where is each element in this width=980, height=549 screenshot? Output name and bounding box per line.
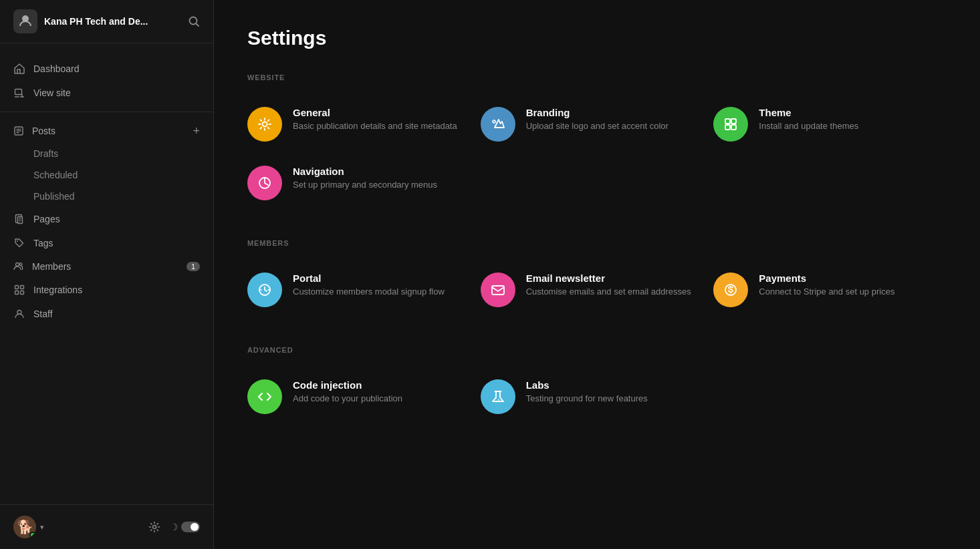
settings-item-email-newsletter[interactable]: Email newsletter Customise emails and se… xyxy=(481,260,714,319)
svg-rect-13 xyxy=(15,286,19,289)
svg-point-30 xyxy=(495,398,496,399)
members-section-label: MEMBERS xyxy=(247,239,947,247)
svg-point-1 xyxy=(190,17,197,25)
sidebar-item-scheduled[interactable]: Scheduled xyxy=(0,164,213,186)
settings-item-general[interactable]: General Basic publication details and si… xyxy=(247,95,481,154)
svg-rect-15 xyxy=(15,291,19,295)
navigation-desc: Set up primary and secondary menus xyxy=(293,179,437,191)
sidebar-header: Kana PH Tech and De... xyxy=(0,0,213,43)
user-menu[interactable]: 🐕 ▾ xyxy=(13,516,44,538)
code-injection-desc: Add code to your publication xyxy=(293,393,402,405)
payments-desc: Connect to Stripe and set up prices xyxy=(759,286,894,298)
settings-item-theme[interactable]: Theme Install and update themes xyxy=(713,95,947,154)
sidebar-item-pages[interactable]: Pages xyxy=(0,207,213,231)
email-newsletter-desc: Customise emails and set email addresses xyxy=(526,286,691,298)
sidebar-item-integrations[interactable]: Integrations xyxy=(0,278,213,302)
theme-title: Theme xyxy=(759,107,858,118)
sidebar-item-members-label: Members xyxy=(32,261,71,272)
members-badge: 1 xyxy=(187,262,200,271)
avatar: 🐕 xyxy=(13,516,36,538)
labs-title: Labs xyxy=(526,379,648,391)
sidebar-item-dashboard-label: Dashboard xyxy=(33,63,80,74)
portal-desc: Customize members modal signup flow xyxy=(293,286,445,298)
branding-desc: Upload site logo and set accent color xyxy=(526,120,668,132)
labs-desc: Testing ground for new features xyxy=(526,393,648,405)
website-section: WEBSITE General Basic publication detail… xyxy=(247,73,947,212)
settings-item-payments[interactable]: Payments Connect to Stripe and set up pr… xyxy=(713,260,947,319)
labs-icon-wrap xyxy=(481,379,515,414)
svg-point-20 xyxy=(493,120,495,123)
svg-rect-16 xyxy=(21,291,24,295)
svg-rect-22 xyxy=(731,119,736,124)
sidebar-item-members[interactable]: Members 1 xyxy=(0,255,213,278)
general-desc: Basic publication details and site metad… xyxy=(293,120,457,132)
sidebar-item-tags-label: Tags xyxy=(33,238,53,248)
toggle-switch[interactable] xyxy=(181,522,200,532)
svg-point-12 xyxy=(19,263,22,266)
posts-icon xyxy=(13,126,24,136)
home-icon xyxy=(13,63,25,75)
sidebar-item-drafts[interactable]: Drafts xyxy=(0,143,213,164)
svg-rect-21 xyxy=(725,119,730,124)
svg-rect-3 xyxy=(15,89,22,95)
brand-name: Kana PH Tech and De... xyxy=(44,16,148,27)
navigation-icon-wrap xyxy=(247,166,282,200)
settings-item-navigation[interactable]: Navigation Set up primary and secondary … xyxy=(247,154,481,212)
general-icon-wrap xyxy=(247,107,282,142)
sidebar-item-dashboard[interactable]: Dashboard xyxy=(0,57,213,81)
settings-icon[interactable] xyxy=(148,521,160,533)
sidebar-item-posts[interactable]: Posts + xyxy=(0,119,213,143)
sidebar-nav: Dashboard View site xyxy=(0,43,213,504)
tag-icon xyxy=(13,237,25,249)
general-title: General xyxy=(293,107,457,118)
moon-icon: ☽ xyxy=(170,522,178,532)
online-status xyxy=(29,532,36,538)
sidebar-item-published[interactable]: Published xyxy=(0,186,213,207)
integrations-icon xyxy=(13,284,25,296)
footer-icons: ☽ xyxy=(148,521,200,533)
advanced-grid: Code injection Add code to your publicat… xyxy=(247,367,947,426)
svg-point-11 xyxy=(16,263,19,266)
payments-title: Payments xyxy=(759,272,894,284)
code-injection-icon-wrap xyxy=(247,379,282,414)
sidebar-item-integrations-label: Integrations xyxy=(33,285,82,295)
sidebar-item-pages-label: Pages xyxy=(33,214,60,224)
portal-icon-wrap xyxy=(247,272,282,307)
sidebar-item-posts-label: Posts xyxy=(32,126,55,136)
pages-icon xyxy=(13,213,25,225)
brand[interactable]: Kana PH Tech and De... xyxy=(13,9,148,33)
svg-line-2 xyxy=(197,24,199,27)
settings-item-branding[interactable]: Branding Upload site logo and set accent… xyxy=(481,95,714,154)
svg-point-10 xyxy=(17,240,18,242)
sidebar: Kana PH Tech and De... Dashboard xyxy=(0,0,214,549)
members-icon xyxy=(13,261,24,272)
email-newsletter-icon-wrap xyxy=(481,272,515,307)
advanced-section-label: ADVANCED xyxy=(247,346,947,354)
settings-item-labs[interactable]: Labs Testing ground for new features xyxy=(481,367,714,426)
email-newsletter-title: Email newsletter xyxy=(526,272,691,284)
settings-item-portal[interactable]: Portal Customize members modal signup fl… xyxy=(247,260,481,319)
add-post-icon[interactable]: + xyxy=(193,125,200,137)
theme-desc: Install and update themes xyxy=(759,120,858,132)
sidebar-item-view-site[interactable]: View site xyxy=(0,81,213,105)
advanced-section: ADVANCED Code injection Add code to your… xyxy=(247,346,947,426)
search-icon[interactable] xyxy=(188,15,200,27)
payments-icon-wrap xyxy=(713,272,748,307)
sidebar-item-staff-label: Staff xyxy=(33,309,53,319)
website-section-label: WEBSITE xyxy=(247,73,947,81)
main-content: Settings WEBSITE General Basic publicati… xyxy=(214,0,980,549)
members-section: MEMBERS Portal Customize members modal s… xyxy=(247,239,947,319)
branding-icon-wrap xyxy=(481,107,515,142)
svg-point-19 xyxy=(263,122,267,127)
code-injection-title: Code injection xyxy=(293,379,402,391)
sidebar-item-staff[interactable]: Staff xyxy=(0,302,213,326)
sidebar-footer: 🐕 ▾ ☽ xyxy=(0,504,213,549)
sidebar-item-tags[interactable]: Tags xyxy=(0,231,213,255)
sidebar-item-view-site-label: View site xyxy=(33,87,71,98)
branding-title: Branding xyxy=(526,107,668,118)
theme-toggle[interactable]: ☽ xyxy=(170,522,200,532)
nav-divider xyxy=(0,112,213,112)
settings-item-code-injection[interactable]: Code injection Add code to your publicat… xyxy=(247,367,481,426)
chevron-down-icon: ▾ xyxy=(40,523,44,532)
theme-icon-wrap xyxy=(713,107,748,142)
